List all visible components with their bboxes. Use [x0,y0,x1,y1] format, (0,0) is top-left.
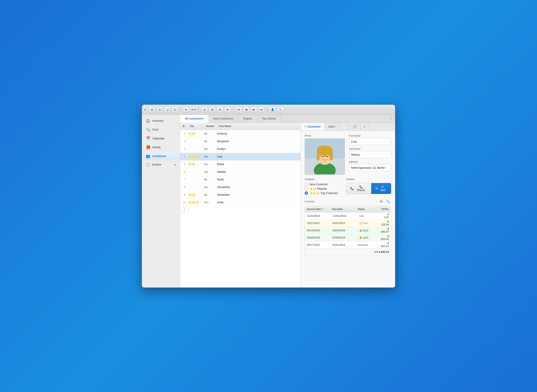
radio-top-customer[interactable] [305,191,308,195]
nav-next-icon: ▶ [253,108,255,111]
back-button[interactable]: ‹ [144,107,146,112]
category-contact-row: Category New Customer ⭐⭐ Regular [305,178,391,195]
invoice-date-header[interactable]: Invoice Date ▼ [305,206,330,212]
table-row[interactable]: 1 ⭐⭐ Mr. Anthony [180,130,300,138]
row-name: Sebastian [217,193,300,196]
invoice-row[interactable]: 09/17/2015 10/31/2015 canceled $ 481.63 [305,241,391,248]
invoices-search-button[interactable]: 🔍 [385,199,391,204]
home-icon: 🏠 [146,119,150,123]
email-button[interactable]: ✉ E-Mail [371,183,391,194]
settings-btn[interactable]: ⚙▼ [190,107,197,112]
table-row[interactable]: 2 Mr. Benjamin [180,138,300,145]
tab-region[interactable]: Region [238,115,257,123]
phone-button[interactable]: 📞 📞 Phone [346,183,371,194]
nav-prev-btn[interactable]: ◀ [243,107,250,112]
last-name-input[interactable] [349,151,391,158]
contact-section: Contact 📞 📞 Phone ✉ E-Mail [346,178,391,194]
sidebar-item-calendar[interactable]: 📅 Calendar [143,134,179,143]
add-record-button[interactable]: + [181,207,188,213]
due-date-header[interactable]: Due Date [330,206,355,212]
row-gender: Ms. [204,170,217,173]
total-label: TOTAL [381,208,389,210]
sidebar-item-find[interactable]: 🔍 Find [143,125,179,134]
toolbar-separator-1 [180,107,181,112]
close-icon[interactable]: ✕ [304,125,306,128]
toolbar-chart-btn[interactable]: 📊 [164,107,171,112]
add-btn[interactable]: ⊕ [224,107,231,112]
user-icon: 👤 [271,108,274,111]
detail-top: Photo [305,134,391,175]
table-row[interactable]: 4 ⭐⭐⭐ Ms. Lisa [180,153,300,161]
total-header[interactable]: TOTAL [379,206,391,212]
detail-tab-customer[interactable]: ✕ Customer [301,123,324,131]
wrench-icon: 🔧 [279,108,282,111]
invoice-row[interactable]: 09/19/2016 10/04/2016 💰 paid $ 395.97 [305,227,391,234]
invoice-due: 10/27/2017 [330,222,355,225]
nav-last-btn[interactable]: ⏭ [258,107,265,112]
status-badge: 💰 paid [358,236,370,239]
invoice-row[interactable]: 06/08/2016 07/08/2016 💰 paid $ 834.45 [305,234,391,241]
radio-new-customer[interactable] [305,183,308,186]
tab-top-clients[interactable]: Top Clients [257,115,281,123]
print-btn[interactable]: 🖨 [201,107,208,112]
detail-tab-chat[interactable]: 💬 [350,123,360,131]
detail-tab-sales[interactable]: Sales [324,123,339,131]
main-layout: 🏠 Invoices 🔍 Find 📅 Calendar 🎁 Article 👥… [142,115,395,288]
table-row[interactable]: 10 ⭐⭐⭐ Mrs. Sofia [180,199,300,206]
invoices-section: Invoices ⊕ 🔍 [305,199,391,255]
sidebar-item-article[interactable]: 🎁 Article [143,143,179,151]
sidebar-item-invoice[interactable]: 📋 Invoice ◀ [143,161,179,168]
wrench-btn[interactable]: 🔧 [277,107,284,112]
tab-new-customers[interactable]: New Customers [209,115,238,123]
category-regular[interactable]: ⭐⭐ Regular [305,187,338,190]
invoice-due: 10/31/2015 [330,243,355,246]
invoices-total-sum: Σ $ 1,840.43 [374,250,389,253]
nav-first-btn[interactable]: ⏮ [235,107,242,112]
refresh-icon[interactable]: ↻ [182,125,185,128]
user-btn[interactable]: 👤 [269,107,276,112]
info-icon: i [364,125,365,128]
row-gender: Mr. [204,178,217,181]
invoice-row[interactable]: 10/27/2017 10/27/2017 📝 sent $ 128.38 [305,219,391,227]
delete-btn[interactable]: 🗑 [209,107,216,112]
toolbar-view-grid-btn[interactable]: ⊟ [156,107,163,112]
invoices-add-button[interactable]: ⊕ [378,199,384,204]
radio-regular[interactable] [305,187,308,190]
table-row[interactable]: 7 Mr. Noah [180,176,300,183]
duplicate-btn[interactable]: ⧉ [216,107,223,112]
address-input[interactable] [349,164,391,171]
table-row[interactable]: 8 Ms. Samantha [180,183,300,191]
toolbar-table-btn[interactable]: ⊡ [171,107,178,112]
firstname-header: First Name [217,125,300,128]
detail-tab-info[interactable]: i [360,123,369,131]
row-name: Benjamin [217,140,300,143]
svg-point-12 [327,155,328,157]
article-icon: 🎁 [146,145,150,149]
svg-point-13 [322,156,322,156]
detail-tab-doc[interactable]: 📄 [339,123,350,131]
table-row[interactable]: 9 ⭐⭐ Mr. Sebastian [180,191,300,199]
status-header[interactable]: Status [356,206,379,212]
invoice-due: 10/04/2016 [330,229,355,232]
first-name-input[interactable] [349,138,391,145]
nav-next-btn[interactable]: ▶ [250,107,257,112]
fields-section: First Name Last Name Address [349,134,391,175]
category-top-customer[interactable]: ⭐⭐⭐ Top Customer [305,191,338,195]
tab-add-button[interactable]: + [387,115,395,123]
tab-all-customers[interactable]: All customers [180,115,209,123]
invoice-date: 10/27/2017 [305,222,330,225]
row-number: 8 [181,186,188,188]
phone-label: 📞 Phone [355,185,367,192]
filter-btn[interactable]: ▼ [182,107,189,112]
invoice-total: $ 395.97 [379,227,391,233]
table-row[interactable]: 5 ⭐⭐ Ms. Maria [180,161,300,168]
table-row[interactable]: 3 Ms. Evelyn [180,145,300,153]
sidebar-item-invoices[interactable]: 🏠 Invoices [143,117,179,125]
invoice-row[interactable]: 01/01/2018 01/01/2018 new $ 0.00 [305,212,391,219]
table-row[interactable]: 6 Ms. Natalie [180,168,300,176]
tier-header: Tier [188,125,204,128]
category-new-customer[interactable]: New Customer [305,183,338,186]
sidebar-item-customer[interactable]: 👥 Customer [143,152,179,160]
toolbar-view-list-btn[interactable]: ⊞ [149,107,155,112]
row-name: Samantha [217,186,300,189]
